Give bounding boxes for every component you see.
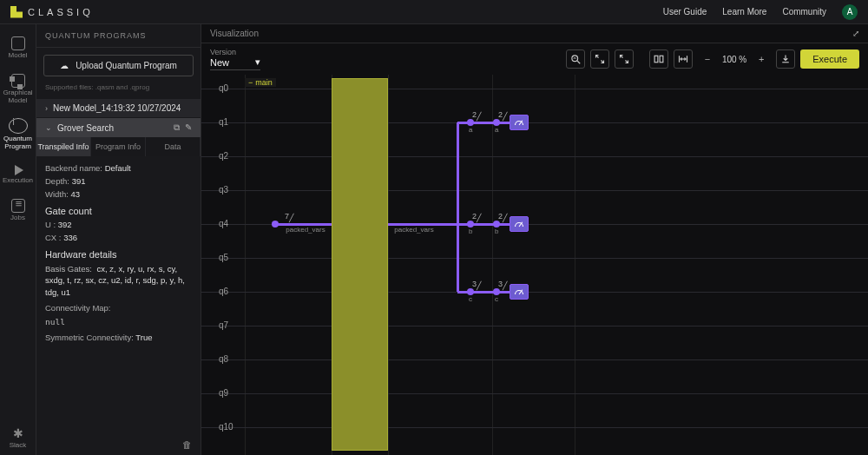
qubit-label: q3	[219, 185, 228, 195]
tab-transpiled[interactable]: Transpiled Info	[36, 137, 91, 156]
diagram-icon	[11, 74, 25, 88]
cloud-upload-icon: ☁	[60, 61, 69, 70]
program-item-active[interactable]: ⌄ Grover Search ⧉ ✎	[36, 117, 201, 137]
nav-rail: Model Graphical Model Quantum Program Ex…	[0, 24, 36, 455]
upload-hint: Supported files: .qasm and .qprog	[45, 83, 192, 91]
avatar[interactable]: A	[842, 4, 858, 20]
tab-program[interactable]: Program Info	[91, 137, 146, 156]
main-block-tag[interactable]: −main	[245, 78, 276, 87]
trash-icon[interactable]: 🗑	[182, 439, 192, 450]
measure-gate[interactable]	[510, 216, 529, 232]
topbar: CLASSIQ User Guide Learn More Community …	[0, 0, 868, 24]
fit-horizontal-icon[interactable]	[674, 49, 693, 69]
svg-point-0	[572, 56, 578, 62]
program-tree: › New Model_14:19:32 10/27/2024 ⌄ Grover…	[36, 98, 201, 137]
edit-icon[interactable]: ✎	[185, 122, 192, 133]
version-selector[interactable]: Version New ▾	[210, 48, 260, 70]
rail-model[interactable]: Model	[0, 31, 36, 65]
rail-quantum-program[interactable]: Quantum Program	[0, 113, 36, 156]
rail-execution[interactable]: Execution	[0, 160, 36, 190]
side-heading: QUANTUM PROGRAMS	[36, 24, 201, 48]
tab-data[interactable]: Data	[146, 137, 201, 156]
link-user-guide[interactable]: User Guide	[663, 7, 707, 16]
copy-icon[interactable]: ⧉	[174, 122, 180, 133]
link-learn-more[interactable]: Learn More	[722, 7, 766, 16]
measure-gate[interactable]	[510, 284, 529, 300]
search-code-icon[interactable]	[566, 49, 585, 69]
cube-icon	[11, 36, 25, 50]
chevron-down-icon: ⌄	[45, 123, 52, 132]
logo-icon	[10, 6, 23, 18]
qubit-label: q10	[219, 422, 233, 432]
side-footer: 🗑	[36, 434, 201, 455]
rail-graphical-model[interactable]: Graphical Model	[0, 69, 36, 110]
download-icon[interactable]	[776, 49, 795, 69]
qubit-label: q8	[219, 354, 228, 364]
brand-logo: CLASSIQ	[10, 6, 94, 18]
main-operator-block[interactable]	[332, 78, 388, 451]
qubit-label: q1	[219, 117, 228, 127]
execute-button[interactable]: Execute	[800, 49, 859, 69]
play-icon	[15, 165, 23, 175]
chevron-right-icon: ›	[45, 104, 48, 113]
slack-icon: ✱	[13, 426, 23, 440]
minus-icon[interactable]: −	[248, 78, 253, 87]
zoom-in-button[interactable]: +	[752, 49, 771, 69]
circuit-diagram[interactable]: q0q1q2q3q4q5q6q7q8q9q10−main7╱packed_var…	[201, 75, 868, 455]
qubit-label: q4	[219, 219, 228, 228]
svg-rect-2	[660, 56, 663, 63]
info-icon	[9, 118, 28, 134]
zoom-value: 100 %	[722, 55, 746, 64]
svg-rect-1	[654, 56, 658, 63]
brand-text: CLASSIQ	[28, 7, 94, 17]
qubit-label: q9	[219, 388, 228, 398]
expand-icon[interactable]: ⤢	[852, 29, 859, 38]
side-panel: QUANTUM PROGRAMS ☁ Upload Quantum Progra…	[36, 24, 201, 455]
transpiled-info: Backend name: Default Depth: 391 Width: …	[36, 156, 201, 353]
link-community[interactable]: Community	[782, 7, 826, 16]
canvas-title: Visualization	[210, 29, 259, 38]
caret-down-icon: ▾	[255, 56, 260, 68]
fit-width-icon[interactable]	[649, 49, 668, 69]
program-item[interactable]: › New Model_14:19:32 10/27/2024	[36, 98, 201, 117]
qubit-label: q7	[219, 320, 228, 330]
measure-gate[interactable]	[510, 115, 529, 130]
upload-button[interactable]: ☁ Upload Quantum Program	[43, 55, 194, 76]
visualization-canvas: Visualization ⤢ Version New ▾ − 100 % +	[201, 24, 868, 455]
collapse-all-icon[interactable]	[590, 49, 609, 69]
qubit-label: q6	[219, 287, 228, 296]
zoom-out-button[interactable]: −	[698, 49, 717, 69]
top-links: User Guide Learn More Community A	[663, 4, 858, 20]
info-tabs: Transpiled Info Program Info Data	[36, 137, 201, 156]
qubit-label: q5	[219, 253, 228, 262]
expand-all-icon[interactable]	[615, 49, 634, 69]
rail-slack[interactable]: ✱ Slack	[0, 421, 36, 455]
list-icon	[11, 199, 25, 213]
canvas-toolbar: − 100 % + Execute	[566, 49, 859, 69]
rail-jobs[interactable]: Jobs	[0, 194, 36, 228]
qubit-label: q2	[219, 151, 228, 161]
qubit-label: q0	[219, 83, 228, 93]
